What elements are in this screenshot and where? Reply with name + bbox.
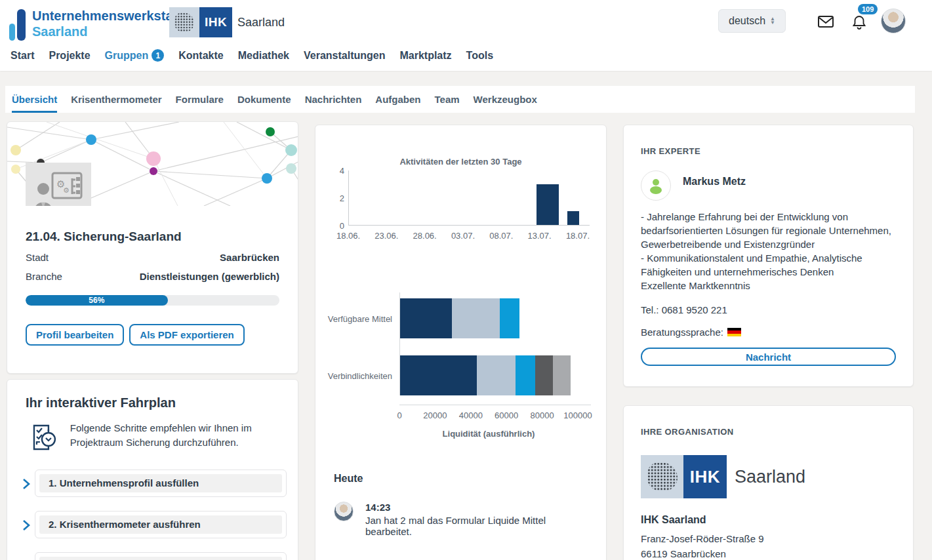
project-field-stadt: Stadt Saarbrücken <box>26 252 279 263</box>
language-value: deutsch <box>729 15 765 27</box>
expert-description: - Jahrelange Erfahrung bei der Entwicklu… <box>641 210 896 292</box>
ihk-logo-text: IHK <box>199 7 232 37</box>
uws-logo-text: Unternehmenswerkstatt Saarland <box>32 8 182 39</box>
roadmap-step-2[interactable]: 2. Krisenthermometer ausführen <box>35 511 287 538</box>
bell-icon[interactable] <box>851 14 867 30</box>
language-selector[interactable]: deutsch ▲▼ <box>718 9 786 33</box>
page: Unternehmenswerkstatt Saarland IHK Saarl… <box>0 0 932 560</box>
main-nav: Start Projekte Gruppen 1 Kontakte Mediat… <box>10 49 493 62</box>
expert-phone: Tel.: 0681 9520 221 <box>641 304 896 315</box>
mail-icon[interactable] <box>817 14 834 29</box>
nav-item-mediathek[interactable]: Mediathek <box>238 50 289 62</box>
liquidity-chart: Verfügbare MittelVerbindlichkeiten 02000… <box>315 292 606 439</box>
ihk-map-icon <box>641 455 683 498</box>
liquidity-chart-xlabel: Liquidität (ausführlich) <box>399 429 578 439</box>
roadmap-card: Ihr interaktiver Fahrplan Folgende Schri… <box>7 379 298 560</box>
notification-count-badge: 109 <box>858 4 878 14</box>
ihk-org-logo-region: Saarland <box>735 467 805 487</box>
edit-profile-button[interactable]: Profil bearbeiten <box>26 324 124 346</box>
project-title: 21.04. Sicherung-Saarland <box>26 230 279 244</box>
progress-fill: 56% <box>26 295 168 306</box>
project-field-branche: Branche Dienstleistungen (gewerblich) <box>26 271 279 282</box>
organisation-address: Franz-Josef-Röder-Straße 9 66119 Saarbrü… <box>641 532 896 560</box>
chevron-right-icon[interactable] <box>22 519 30 531</box>
feed-entry-avatar <box>334 502 354 521</box>
ihk-header-logo: IHK Saarland <box>169 7 285 37</box>
feed-entry-time: 14:23 <box>365 502 588 513</box>
tab-nachrichten[interactable]: Nachrichten <box>305 86 362 113</box>
ihk-org-logo-text: IHK <box>683 455 727 498</box>
organisation-card: IHRE ORGANISATION IHK Saarland IHK Saarl… <box>623 405 914 560</box>
german-flag-icon <box>727 328 741 336</box>
presentation-icon: ⚙ ⚙ <box>33 170 84 206</box>
nav-item-veranstaltungen[interactable]: Veranstaltungen <box>304 50 385 62</box>
tab-krisenthermometer[interactable]: Krisenthermometer <box>71 86 161 113</box>
tab-band: Übersicht Krisenthermometer Formulare Do… <box>5 86 915 113</box>
roadmap-step-1[interactable]: 1. Unternehmensprofil ausfüllen <box>35 470 287 497</box>
person-icon <box>647 176 665 195</box>
uws-logo[interactable]: Unternehmenswerkstatt Saarland <box>9 8 182 41</box>
activities-chart-title: Aktivitäten der letzten 30 Tage <box>315 157 606 167</box>
tab-team[interactable]: Team <box>435 86 460 113</box>
nav-item-marktplatz[interactable]: Marktplatz <box>399 50 451 62</box>
header: Unternehmenswerkstatt Saarland IHK Saarl… <box>0 0 932 71</box>
ihk-logo-region: Saarland <box>237 16 285 30</box>
ihk-org-logo: IHK Saarland <box>641 455 896 498</box>
roadmap-intro: Folgende Schritte empfehlen wir Ihnen im… <box>70 421 279 454</box>
tab-uebersicht[interactable]: Übersicht <box>12 86 57 113</box>
tab-aufgaben[interactable]: Aufgaben <box>375 86 420 113</box>
roadmap-title: Ihr interaktiver Fahrplan <box>7 380 298 410</box>
expert-avatar <box>641 170 671 201</box>
feed-entry-text: Jan hat 2 mal das Formular Liquide Mitte… <box>365 515 588 537</box>
uws-logo-icon <box>9 8 26 41</box>
uws-logo-line2: Saarland <box>32 24 182 39</box>
feed-heading-heute: Heute <box>334 473 588 485</box>
uws-logo-line1: Unternehmenswerkstatt <box>32 8 182 24</box>
project-card: ⚙ ⚙ 21.04. Sicherung-Saarland Stadt Saar… <box>7 121 298 374</box>
user-avatar[interactable] <box>881 9 906 33</box>
nav-item-kontakte[interactable]: Kontakte <box>178 50 223 62</box>
gruppen-count-badge: 1 <box>152 49 164 62</box>
activity-feed: Heute 14:23 Jan hat 2 mal das Formular L… <box>315 473 606 560</box>
tab-dokumente[interactable]: Dokumente <box>237 86 291 113</box>
project-banner-image: ⚙ ⚙ <box>7 122 298 206</box>
project-thumbnail: ⚙ ⚙ <box>26 163 91 206</box>
sort-arrows-icon: ▲▼ <box>770 17 775 25</box>
nav-item-start[interactable]: Start <box>10 50 34 62</box>
organisation-name: IHK Saarland <box>641 514 896 526</box>
nav-item-gruppen[interactable]: Gruppen 1 <box>105 49 165 62</box>
dashboard-card: Aktivitäten der letzten 30 Tage 024 18.0… <box>315 125 607 560</box>
activities-chart: 024 18.06.23.06.28.06.03.07.08.07.13.07.… <box>315 170 606 252</box>
consultation-language-label: Beratungssprache: <box>641 327 723 338</box>
export-pdf-button[interactable]: Als PDF exportieren <box>129 324 244 346</box>
tab-werkzeugbox[interactable]: Werkzeugbox <box>474 86 537 113</box>
roadmap-step-3[interactable] <box>35 552 287 560</box>
progress-bar: 56% <box>26 295 279 306</box>
nav-item-tools[interactable]: Tools <box>466 50 493 62</box>
checklist-clock-icon <box>26 421 58 454</box>
chevron-right-icon[interactable] <box>22 478 30 490</box>
tab-formulare[interactable]: Formulare <box>176 86 224 113</box>
nav-item-projekte[interactable]: Projekte <box>49 50 90 62</box>
expert-name: Markus Metz <box>683 176 746 188</box>
expert-card: IHR EXPERTE Markus Metz - Jahrelange Erf… <box>623 125 914 387</box>
svg-text:⚙: ⚙ <box>63 186 70 194</box>
message-button[interactable]: Nachricht <box>641 348 896 366</box>
expert-card-heading: IHR EXPERTE <box>641 146 896 156</box>
organisation-card-heading: IHRE ORGANISATION <box>641 427 896 437</box>
ihk-map-icon <box>169 7 199 37</box>
feed-entry: 14:23 Jan hat 2 mal das Formular Liquide… <box>334 502 588 537</box>
